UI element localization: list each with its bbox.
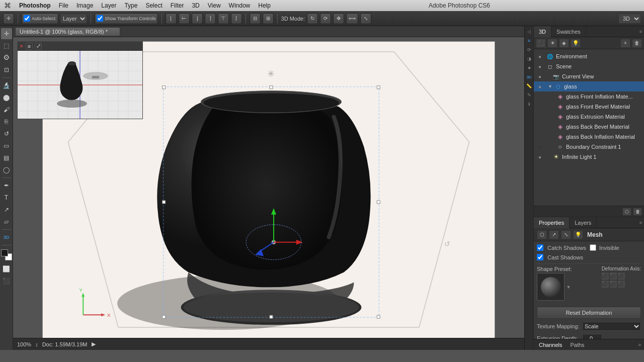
tree-glass-back-bevel[interactable]: ● ◈ glass Back Bevel Material [534, 122, 644, 132]
tree-glass-front-bevel[interactable]: ● ◈ glass Front Bevel Material [534, 102, 644, 112]
3d-pan-btn[interactable]: ✥ [333, 13, 344, 24]
ri-adjust-btn[interactable]: ◑ [526, 55, 533, 62]
menu-select[interactable]: Select [145, 2, 162, 9]
menu-view[interactable]: View [208, 2, 221, 9]
eye-infinite-light[interactable]: ● [536, 153, 544, 161]
deform-btn-1[interactable]: ⬛ [602, 273, 609, 280]
tool-path[interactable]: ↗ [1, 204, 12, 215]
menu-help[interactable]: Help [258, 2, 271, 9]
3d-slide-btn[interactable]: ⟺ [346, 13, 358, 24]
mini-close-btn[interactable]: ✕ [20, 44, 24, 49]
filter-materials-btn[interactable]: ◈ [559, 39, 569, 48]
align-right-btn[interactable]: ⌋ [192, 13, 203, 24]
menu-window[interactable]: Window [229, 2, 251, 9]
menu-3d[interactable]: 3D [192, 2, 199, 9]
align-mid-btn[interactable]: ⊤ [218, 13, 229, 24]
tree-glass-back-inflation[interactable]: ● ◈ glass Back Inflation Material [534, 132, 644, 142]
align-left-btn[interactable]: ⌊ [166, 13, 177, 24]
eye-glass[interactable]: ● [536, 82, 544, 90]
menu-filter[interactable]: Filter [171, 2, 184, 9]
show-transform-checkbox[interactable] [97, 15, 103, 22]
deform-btn-2[interactable]: ⬛ [610, 273, 617, 280]
tool-shape[interactable]: ▱ [1, 216, 12, 227]
menu-layer[interactable]: Layer [101, 2, 116, 9]
tool-eraser[interactable]: ▭ [1, 140, 12, 151]
tab-properties[interactable]: Properties [534, 217, 570, 228]
deform-btn-4[interactable]: ⬛ [602, 281, 609, 288]
3d-roll-btn[interactable]: ⟳ [320, 13, 331, 24]
canvas-wrapper[interactable]: ✕ ≡ ⤢ [13, 37, 524, 338]
color-swatches[interactable] [1, 249, 12, 260]
tool-pen[interactable]: ✒ [1, 180, 12, 191]
mini-expand-btn[interactable]: ⤢ [35, 43, 42, 50]
move-tool-btn[interactable]: ✛ [3, 13, 14, 24]
tool-spot-heal[interactable]: ⬤ [1, 92, 12, 103]
3d-mode-dropdown[interactable]: 3D [618, 14, 641, 24]
tool-mask[interactable]: ⬜ [1, 263, 12, 275]
tool-dodge[interactable]: ◯ [1, 164, 12, 175]
eye-current-view[interactable]: ● [536, 72, 544, 80]
tool-move[interactable]: ✛ [1, 28, 12, 39]
fg-color-swatch[interactable] [1, 249, 8, 256]
properties-options-btn[interactable]: ≡ [637, 220, 644, 225]
tool-text[interactable]: T [1, 192, 12, 203]
mesh-warp-btn[interactable]: ⤡ [561, 230, 571, 239]
tree-current-view[interactable]: ● 📷 Current View [534, 71, 644, 81]
filter-add-btn[interactable]: 💡 [571, 39, 581, 48]
align-center-btn[interactable]: ⊢ [179, 13, 190, 24]
ri-info-btn[interactable]: ℹ [526, 101, 533, 108]
tool-magic-wand[interactable]: ⭙ [1, 52, 12, 63]
bottom-tabs-options[interactable]: ≡ [638, 342, 641, 347]
reset-deformation-btn[interactable]: Reset Deformation [537, 307, 641, 319]
tab-layers[interactable]: Layers [570, 217, 597, 228]
catch-shadows-checkbox[interactable] [537, 244, 543, 251]
scene-delete-btn[interactable]: 🗑 [632, 39, 642, 48]
cast-shadows-checkbox[interactable] [537, 254, 543, 260]
tree-glass-extrusion[interactable]: ● ◈ glass Extrusion Material [534, 112, 644, 122]
layer-select[interactable]: Layer Group [60, 14, 87, 24]
menu-file[interactable]: File [59, 2, 68, 9]
ri-layers-btn[interactable]: ≡ [526, 37, 533, 44]
tree-glass[interactable]: ● ▼ ⬡ glass [534, 81, 644, 92]
zoom-toggle[interactable]: ↕ [35, 341, 38, 347]
auto-select-checkbox[interactable] [24, 15, 30, 22]
tool-3d[interactable]: 3D [1, 232, 12, 243]
tab-paths[interactable]: Paths [568, 342, 586, 348]
ri-measure-btn[interactable]: 📏 [526, 82, 533, 89]
tool-clone[interactable]: ⎘ [1, 116, 12, 127]
ri-notes-btn[interactable]: ✎ [526, 92, 533, 99]
tool-crop[interactable]: ⊡ [1, 64, 12, 75]
invisible-checkbox[interactable] [590, 244, 596, 251]
arrow-glass[interactable]: ▼ [548, 84, 554, 89]
tree-infinite-light[interactable]: ● ☀ Infinite Light 1 [534, 152, 644, 162]
tab-3d[interactable]: 3D [534, 26, 551, 37]
tree-environment[interactable]: ● 🌐 Environment [534, 51, 644, 61]
filter-all-btn[interactable]: ⬛ [536, 39, 546, 48]
eye-boundary[interactable]: ● [536, 143, 544, 151]
filter-lights-btn[interactable]: ☀ [547, 39, 557, 48]
ri-collapse-btn[interactable]: ◁ [526, 28, 533, 35]
tool-gradient[interactable]: ▤ [1, 152, 12, 163]
align-bot-btn[interactable]: ⌈ [231, 13, 242, 24]
mesh-inflate-btn[interactable]: 💡 [573, 230, 583, 239]
auto-select-toggle[interactable]: Auto-Select: [22, 13, 58, 24]
tool-eyedropper[interactable]: 🔬 [1, 80, 12, 91]
tool-lasso[interactable]: ⬚ [1, 40, 12, 51]
tool-brush[interactable]: 🖌 [1, 104, 12, 115]
tree-scene[interactable]: ● ◻ Scene [534, 61, 644, 71]
deform-btn-6[interactable]: ⬛ [618, 281, 625, 288]
tab-swatches[interactable]: Swatches [551, 26, 586, 37]
3d-rotate-btn[interactable]: ↻ [307, 13, 318, 24]
dist-v-btn[interactable]: ⊞ [263, 13, 274, 24]
mini-options-btn[interactable]: ≡ [26, 43, 33, 50]
show-transform-btn[interactable]: Show Transform Controls [95, 13, 158, 24]
ri-style-btn[interactable]: ★ [526, 64, 533, 71]
document-tab[interactable]: Untitled-1 @ 100% (glass, RGB/8) * [15, 27, 120, 36]
menu-image[interactable]: Image [76, 2, 93, 9]
scene-add-btn[interactable]: + [620, 39, 630, 48]
menu-type[interactable]: Type [124, 2, 137, 9]
ri-3d-btn[interactable]: 3D [526, 73, 533, 80]
tool-screen-mode[interactable]: ⬛ [1, 276, 12, 287]
tab-channels[interactable]: Channels [537, 342, 564, 348]
eye-environment[interactable]: ● [536, 52, 544, 60]
